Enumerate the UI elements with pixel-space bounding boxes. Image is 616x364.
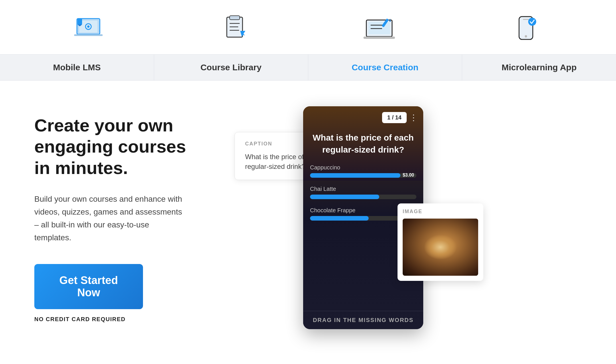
quiz-bar-price-cappuccino: $3.00 [403,173,414,178]
image-card-label: IMAGE [403,209,478,215]
svg-rect-5 [78,18,82,25]
icons-row [0,0,616,54]
svg-point-4 [87,25,90,28]
left-column: Create your own engaging courses in minu… [34,103,194,323]
quiz-item-cappuccino: Cappuccino $3.00 [310,164,416,178]
microlearning-app-icon [503,11,549,46]
quiz-footer: DRAG IN THE MISSING WORDS [303,311,423,329]
subtext: Build your own courses and enhance with … [34,193,183,244]
quiz-bar-chai-latte [310,195,416,199]
no-credit-card-label: NO CREDIT CARD REQUIRED [34,316,194,323]
tab-course-creation[interactable]: Course Creation [308,55,462,80]
quiz-question: What is the price of each regular-sized … [303,126,423,164]
right-column: CAPTION What is the price of each regula… [212,103,587,323]
main-content: Create your own engaging courses in minu… [0,81,616,340]
nav-tabs: Mobile LMS Course Library Course Creatio… [0,54,616,81]
image-card-image [403,219,478,276]
svg-rect-16 [363,37,395,39]
course-creation-icon [358,11,404,46]
tab-mobile-lms[interactable]: Mobile LMS [0,55,154,80]
more-options-icon[interactable]: ⋮ [410,113,418,122]
microlearning-app-icon-cell [454,11,599,46]
latte-art [403,219,478,276]
quiz-bar-cappuccino: $3.00 [310,173,416,178]
svg-rect-8 [230,16,240,20]
svg-rect-15 [368,22,390,34]
tab-microlearning-app[interactable]: Microlearning App [462,55,616,80]
course-library-icon [212,11,258,46]
image-card: IMAGE [398,203,483,281]
get-started-button[interactable]: Get Started Now [34,264,143,309]
quiz-card-header: 1 / 14 ⋮ [303,106,423,126]
quiz-item-label-chai-latte: Chai Latte [310,186,416,192]
headline: Create your own engaging courses in minu… [34,115,194,179]
quiz-bar-fill-chocolate-frappe [310,216,369,221]
quiz-bar-fill-cappuccino [310,173,400,178]
svg-rect-2 [74,34,103,36]
course-library-icon-cell [163,11,308,46]
svg-point-24 [528,18,536,26]
quiz-item-chai-latte: Chai Latte [310,186,416,199]
quiz-bar-fill-chai-latte [310,195,379,199]
mobile-lms-icon-cell [17,11,163,46]
slide-counter: 1 / 14 [382,112,407,123]
course-creation-icon-cell [308,11,454,46]
svg-point-22 [525,35,527,37]
quiz-item-label-cappuccino: Cappuccino [310,164,416,171]
tab-course-library[interactable]: Course Library [154,55,308,80]
mobile-lms-icon [67,11,113,46]
